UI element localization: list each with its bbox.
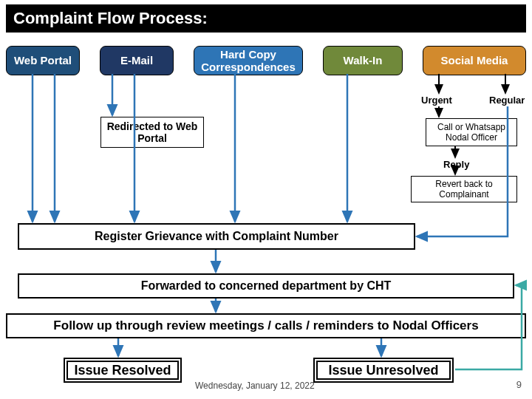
reply-label: Reply <box>443 159 469 170</box>
channel-email: E-Mail <box>100 46 174 75</box>
page-title: Complaint Flow Process: <box>6 4 526 33</box>
urgent-label: Urgent <box>421 95 452 106</box>
resolved-box: Issue Resolved <box>64 358 182 383</box>
regular-label: Regular <box>489 95 525 106</box>
unresolved-box: Issue Unresolved <box>313 358 454 383</box>
channel-hard-copy: Hard Copy Correspondences <box>194 46 303 75</box>
channel-walk-in: Walk-In <box>323 46 403 75</box>
forward-box: Forwarded to concerned department by CHT <box>18 273 514 299</box>
revert-box: Revert back to Complainant <box>411 176 517 202</box>
register-box: Register Grievance with Complaint Number <box>18 223 415 250</box>
followup-box: Follow up through review meetings / call… <box>6 313 526 338</box>
channel-web-portal: Web Portal <box>6 46 80 75</box>
input-channels-row: Web Portal E-Mail Hard Copy Corresponden… <box>6 46 526 75</box>
call-nodal-box: Call or Whatsapp Nodal Officer <box>426 118 517 146</box>
channel-social-media: Social Media <box>423 46 526 75</box>
redirected-box: Redirected to Web Portal <box>100 117 204 148</box>
footer-date: Wednesday, January 12, 2022 <box>195 381 315 391</box>
page-number: 9 <box>516 379 522 390</box>
